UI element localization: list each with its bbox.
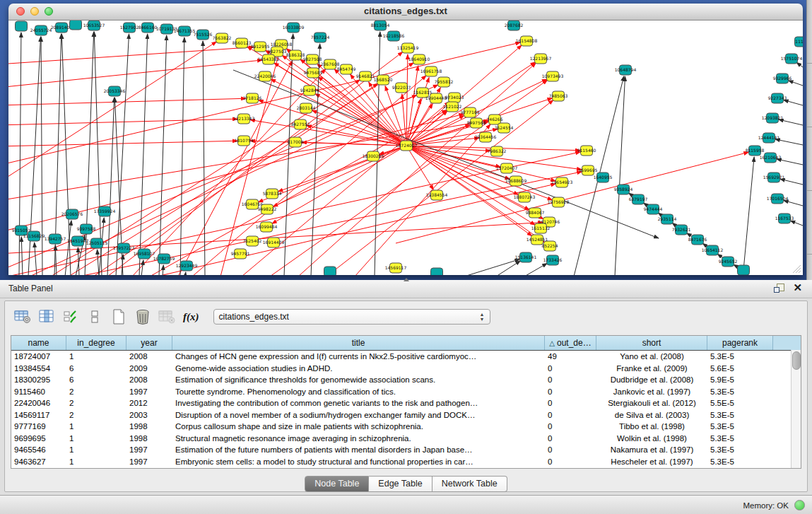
table-cell[interactable]: Estimation of the future numbers of pati… <box>172 444 545 456</box>
table-row[interactable]: 2242004622012Investigating the contribut… <box>11 397 801 409</box>
table-cell[interactable]: 14569117 <box>11 409 66 421</box>
network-node[interactable]: 12505115 <box>86 238 108 248</box>
network-node[interactable]: 9457791 <box>231 249 250 259</box>
column-header[interactable]: short <box>596 336 707 350</box>
table-cell[interactable]: 0 <box>545 456 596 468</box>
table-cell[interactable]: 0 <box>545 444 596 456</box>
network-node[interactable]: 1527902 <box>120 23 139 33</box>
table-cell[interactable]: 5.6E-5 <box>707 363 773 375</box>
table-cell[interactable]: 0 <box>545 374 596 386</box>
table-cell[interactable]: 9465546 <box>11 444 66 456</box>
network-node[interactable]: 7986322 <box>488 146 507 156</box>
table-cell[interactable]: 0 <box>545 386 596 398</box>
network-edge[interactable] <box>203 41 205 275</box>
network-view-window[interactable]: citations_edges.txt 18724007866012389129… <box>8 4 803 275</box>
table-cell[interactable]: 9777169 <box>11 421 66 433</box>
table-cell[interactable]: 2 <box>66 397 126 409</box>
table-cell[interactable]: 0 <box>545 421 596 433</box>
network-node[interactable]: 852254 <box>542 241 558 251</box>
network-edge[interactable] <box>779 119 803 125</box>
tab-node-table[interactable]: Node Table <box>305 476 369 492</box>
row-icon[interactable] <box>86 308 104 326</box>
network-node[interactable]: 12213343 <box>233 114 255 124</box>
table-cell[interactable]: 0 <box>545 363 596 375</box>
network-node[interactable]: 8660123 <box>233 38 252 48</box>
network-edge[interactable] <box>524 263 547 275</box>
table-row[interactable]: 1456911722003Disruption of a novel membe… <box>11 409 801 421</box>
table-row[interactable]: 946554611997Estimation of the future num… <box>11 444 801 456</box>
table-cell[interactable]: 1 <box>66 444 126 456</box>
table-cell[interactable]: de Silva et al. (2003) <box>596 409 707 421</box>
network-node[interactable]: 8427552 <box>291 119 310 129</box>
network-node[interactable]: 19654923 <box>551 177 573 187</box>
network-edge[interactable] <box>41 37 42 275</box>
network-node[interactable]: 16033809 <box>283 23 305 33</box>
network-node[interactable]: 7857224 <box>311 33 330 42</box>
table-cell[interactable]: 6 <box>66 363 126 375</box>
network-node[interactable]: 19218586 <box>383 31 405 41</box>
network-node[interactable]: 9227343 <box>768 93 787 103</box>
delete-table-icon[interactable] <box>134 308 152 326</box>
network-node[interactable]: 2935114 <box>658 214 677 224</box>
table-cell[interactable]: Nakamura et al. (1997) <box>596 444 707 456</box>
table-cell[interactable]: 5.3E-5 <box>707 409 773 421</box>
table-cell[interactable]: Tourette syndrome. Phenomenology and cla… <box>172 386 545 398</box>
network-edge[interactable] <box>743 157 754 270</box>
column-header[interactable]: △out_de… <box>545 336 596 350</box>
network-node[interactable]: 1810754 <box>235 136 254 146</box>
network-edge[interactable] <box>185 272 186 275</box>
network-edge[interactable] <box>8 42 216 183</box>
table-row[interactable]: 969969511998Structural magnetic resonanc… <box>11 433 801 445</box>
new-table-icon[interactable] <box>110 308 128 326</box>
network-edge[interactable] <box>406 146 555 181</box>
network-node[interactable]: 15136141 <box>515 252 537 262</box>
table-cell[interactable]: 0 <box>545 409 596 421</box>
network-node[interactable]: 19384554 <box>426 190 448 200</box>
network-edge[interactable] <box>464 259 519 275</box>
table-cell[interactable]: 9463627 <box>11 456 66 468</box>
network-node[interactable]: 817004 <box>288 137 304 147</box>
network-node[interactable]: 1167533 <box>775 214 794 223</box>
network-node[interactable]: 11156829 <box>23 231 45 241</box>
table-cell[interactable]: Stergiakouli et al. (2012) <box>596 397 707 409</box>
node-table[interactable]: namein_degreeyeartitle△out_de…shortpager… <box>11 335 801 469</box>
table-cell[interactable]: Changes of HCN gene expression and I(f) … <box>172 351 545 363</box>
network-node[interactable]: 1112 <box>795 37 804 47</box>
table-cell[interactable]: 5.3E-5 <box>707 386 773 398</box>
network-node[interactable]: 2087682 <box>505 21 524 30</box>
table-cell[interactable]: 5.9E-5 <box>707 374 773 386</box>
network-node[interactable]: 8497568 <box>467 118 486 128</box>
table-cell[interactable]: Structural magnetic resonance image aver… <box>172 433 545 445</box>
network-node[interactable]: 18640910 <box>408 54 430 64</box>
network-node[interactable] <box>16 21 28 31</box>
network-node[interactable] <box>70 21 82 30</box>
network-node[interactable]: 7625402 <box>243 236 262 246</box>
table-cell[interactable]: 2008 <box>126 374 172 386</box>
network-node[interactable]: 14671355 <box>174 26 196 36</box>
column-header[interactable]: name <box>11 336 66 350</box>
network-node[interactable]: 12213967 <box>530 54 552 64</box>
network-edge[interactable] <box>19 33 21 275</box>
network-node[interactable]: 10653527 <box>83 21 105 30</box>
network-node[interactable]: 9397588 <box>77 224 96 234</box>
table-selector-dropdown[interactable]: citations_edges.txt ▲▼ <box>213 309 490 325</box>
column-chooser-icon[interactable] <box>37 308 56 326</box>
network-node[interactable]: 18807243 <box>514 192 536 202</box>
network-node[interactable]: 16782759 <box>153 254 175 264</box>
network-node[interactable]: 8466160 <box>139 23 158 33</box>
network-node[interactable]: 7663822 <box>213 33 232 43</box>
function-builder-icon[interactable]: f(x) <box>183 311 199 323</box>
table-cell[interactable]: Corpus callosum shape and size in male p… <box>172 421 545 433</box>
network-node[interactable]: 12444141 <box>758 133 780 143</box>
network-node[interactable] <box>324 267 336 275</box>
network-node[interactable]: 8454749 <box>337 64 356 74</box>
table-cell[interactable]: Franke et al. (2009) <box>596 363 707 375</box>
network-edge[interactable] <box>163 265 163 275</box>
network-edge[interactable] <box>406 146 433 189</box>
table-cell[interactable]: 1 <box>66 421 126 433</box>
splitter-handle-icon[interactable] <box>404 278 409 281</box>
network-edge[interactable] <box>784 100 803 105</box>
table-cell[interactable]: 5.3E-5 <box>707 421 773 433</box>
table-row[interactable]: 1830029562008Estimation of significance … <box>11 374 801 386</box>
network-edge[interactable] <box>8 60 262 88</box>
